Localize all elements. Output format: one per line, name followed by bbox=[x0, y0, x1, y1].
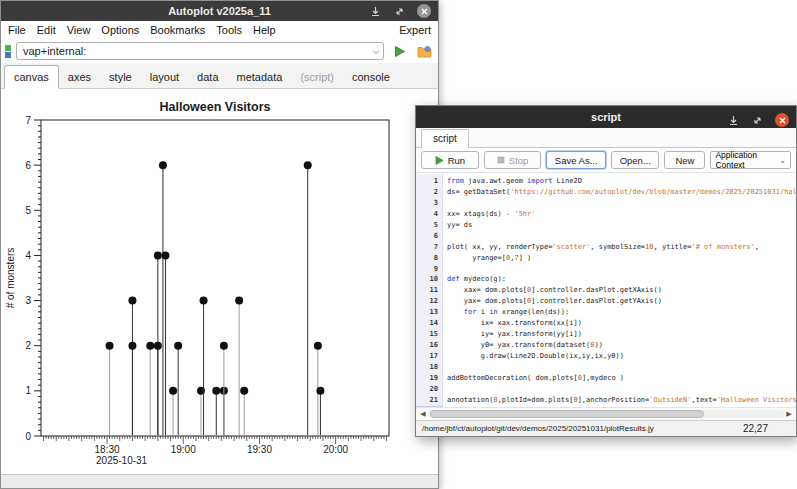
code-line[interactable]: 17 g.draw(Line2D.Double(ix,iy,ix,y0)) bbox=[416, 351, 796, 362]
code-text: yy= ds bbox=[447, 220, 796, 231]
code-line[interactable]: 8 yrange=[0,7] ) bbox=[416, 253, 796, 264]
x-tick-label: 19:00 bbox=[171, 444, 196, 455]
code-line[interactable]: 3 bbox=[416, 198, 796, 209]
close-icon[interactable] bbox=[417, 4, 431, 18]
application-context-select[interactable]: Application Context ⌄ bbox=[710, 151, 791, 169]
tab-style[interactable]: style bbox=[100, 66, 141, 88]
tab-data[interactable]: data bbox=[188, 66, 227, 88]
code-line[interactable]: 18 bbox=[416, 362, 796, 373]
code-line[interactable]: 15 iy= yax.transform(yy[i]) bbox=[416, 329, 796, 340]
tab-axes[interactable]: axes bbox=[59, 66, 100, 88]
new-button[interactable]: New bbox=[664, 151, 705, 169]
code-line[interactable]: 1from java.awt.geom import Line2D bbox=[416, 176, 796, 187]
code-line[interactable]: 5yy= ds bbox=[416, 220, 796, 231]
uri-input[interactable]: vap+internal: bbox=[16, 42, 384, 60]
tab-script[interactable]: (script) bbox=[291, 66, 343, 88]
line-number: 16 bbox=[416, 340, 443, 351]
code-line[interactable]: 19addBottomDecoration( dom.plots[0],myde… bbox=[416, 373, 796, 384]
restore-icon[interactable] bbox=[751, 114, 764, 127]
run-button[interactable]: Run bbox=[421, 151, 479, 169]
line-number: 17 bbox=[416, 351, 443, 362]
code-line[interactable]: 16 y0= yax.transform(dataset(0)) bbox=[416, 340, 796, 351]
line-number: 9 bbox=[416, 264, 443, 275]
menu-file[interactable]: File bbox=[8, 24, 26, 36]
tab-console[interactable]: console bbox=[343, 66, 399, 88]
scroll-left-arrow[interactable]: ◀ bbox=[418, 410, 428, 418]
code-line[interactable]: 11 xax= dom.plots[0].controller.dasPlot.… bbox=[416, 285, 796, 296]
script-toolbar: Run Stop Save As... Open... New Applicat… bbox=[416, 148, 796, 173]
data-point bbox=[316, 387, 324, 395]
close-icon[interactable] bbox=[775, 113, 789, 127]
menu-help[interactable]: Help bbox=[253, 24, 276, 36]
code-line[interactable]: 14 ix= xax.transform(xx[i]) bbox=[416, 318, 796, 329]
menu-bar: FileEditViewOptionsBookmarksToolsHelp Ex… bbox=[1, 21, 438, 39]
script-statusbar: /home/jbf/ct/autoplot/git/dev/demos/2025… bbox=[416, 420, 796, 436]
menu-edit[interactable]: Edit bbox=[37, 24, 56, 36]
code-line[interactable]: 21annotation(0,plotId=dom.plots[0],ancho… bbox=[416, 395, 796, 406]
inspect-folder-button[interactable] bbox=[414, 41, 434, 61]
line-number: 10 bbox=[416, 274, 443, 285]
scrollbar-thumb[interactable] bbox=[430, 410, 704, 418]
main-titlebar[interactable]: Autoplot v2025a_11 bbox=[1, 1, 438, 21]
menu-options[interactable]: Options bbox=[101, 24, 139, 36]
code-text: yax= dom.plots[0].controller.dasPlot.get… bbox=[447, 296, 796, 307]
data-point bbox=[212, 387, 220, 395]
script-titlebar[interactable]: script bbox=[416, 106, 796, 128]
code-line[interactable]: 12 yax= dom.plots[0].controller.dasPlot.… bbox=[416, 296, 796, 307]
horizontal-scrollbar[interactable]: ◀ ▶ bbox=[416, 407, 796, 420]
menu-tools[interactable]: Tools bbox=[216, 24, 242, 36]
cursor-position: 22,27 bbox=[743, 423, 768, 434]
code-line[interactable]: 9 bbox=[416, 264, 796, 275]
data-point bbox=[106, 342, 114, 350]
code-line[interactable]: 2ds= getDataSet('https://github.com/auto… bbox=[416, 187, 796, 198]
minimize-icon[interactable] bbox=[369, 5, 382, 18]
scrollbar-track[interactable] bbox=[428, 410, 784, 418]
code-line[interactable]: 7plot( xx, yy, renderType='scatter', sym… bbox=[416, 242, 796, 253]
code-text: plot( xx, yy, renderType='scatter', symb… bbox=[447, 242, 796, 253]
menu-view[interactable]: View bbox=[67, 24, 91, 36]
plot-title: Halloween Visitors bbox=[160, 100, 271, 114]
line-number: 5 bbox=[416, 220, 443, 231]
line-number: 12 bbox=[416, 296, 443, 307]
code-line[interactable]: 10def mydeco(g): bbox=[416, 274, 796, 285]
tab-script[interactable]: script bbox=[421, 129, 469, 148]
restore-icon[interactable] bbox=[393, 5, 406, 18]
code-line[interactable]: 20 bbox=[416, 384, 796, 395]
file-path: /home/jbf/ct/autoplot/git/dev/demos/2025… bbox=[422, 424, 654, 433]
code-line[interactable]: 4xx= xtags(ds) - '5hr' bbox=[416, 209, 796, 220]
menu-bookmarks[interactable]: Bookmarks bbox=[150, 24, 205, 36]
datasource-icon[interactable] bbox=[5, 45, 11, 58]
tab-canvas[interactable]: canvas bbox=[4, 65, 59, 89]
scroll-right-arrow[interactable]: ▶ bbox=[784, 410, 794, 418]
chevron-down-icon[interactable] bbox=[372, 46, 380, 58]
code-editor[interactable]: 1from java.awt.geom import Line2D2ds= ge… bbox=[416, 174, 796, 407]
svg-text:6: 6 bbox=[25, 160, 31, 171]
code-text: from java.awt.geom import Line2D bbox=[447, 176, 796, 187]
tab-metadata[interactable]: metadata bbox=[228, 66, 292, 88]
line-number: 1 bbox=[416, 176, 443, 187]
code-text: ds= getDataSet('https://github.com/autop… bbox=[447, 187, 796, 198]
line-number: 21 bbox=[416, 395, 443, 406]
code-line[interactable]: 6 bbox=[416, 231, 796, 242]
plot-canvas[interactable]: Halloween Visitors01234567# of monsters1… bbox=[1, 89, 438, 475]
svg-text:3: 3 bbox=[25, 295, 31, 306]
minimize-icon[interactable] bbox=[727, 114, 740, 127]
data-point bbox=[146, 342, 154, 350]
svg-text:4: 4 bbox=[25, 250, 31, 261]
data-point bbox=[154, 342, 162, 350]
go-play-button[interactable] bbox=[389, 41, 409, 61]
chevron-down-icon: ⌄ bbox=[779, 156, 786, 165]
save-as-button[interactable]: Save As... bbox=[546, 151, 606, 169]
expert-label[interactable]: Expert bbox=[399, 24, 431, 36]
code-line[interactable]: 13 for i in xrange(len(ds)): bbox=[416, 307, 796, 318]
stop-button[interactable]: Stop bbox=[484, 151, 542, 169]
line-number: 7 bbox=[416, 242, 443, 253]
code-text: g.draw(Line2D.Double(ix,iy,ix,y0)) bbox=[447, 351, 796, 362]
open-button[interactable]: Open... bbox=[611, 151, 659, 169]
line-number: 6 bbox=[416, 231, 443, 242]
data-point bbox=[200, 297, 208, 305]
desktop: Autoplot v2025a_11 FileEditViewOptionsBo… bbox=[0, 0, 797, 489]
line-number: 14 bbox=[416, 318, 443, 329]
tab-layout[interactable]: layout bbox=[141, 66, 188, 88]
code-text: ix= xax.transform(xx[i]) bbox=[447, 318, 796, 329]
